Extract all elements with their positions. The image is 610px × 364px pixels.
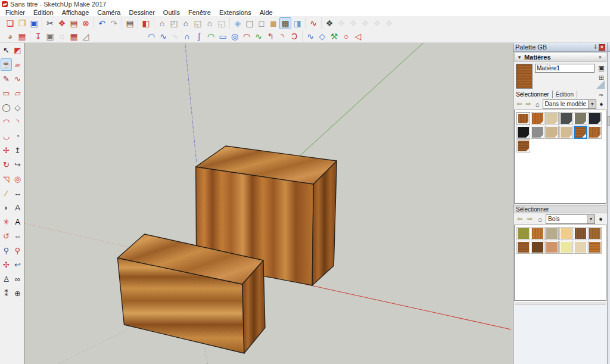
- menu-item-outils[interactable]: Outils: [159, 9, 184, 16]
- tab-edit[interactable]: Édition: [556, 91, 578, 98]
- dropdown-arrow-icon[interactable]: ▼: [587, 215, 595, 223]
- scale-icon[interactable]: ◹: [1, 173, 12, 185]
- tab-select[interactable]: Sélectionner: [516, 91, 553, 98]
- forward-arrow-icon[interactable]: ⇨: [525, 215, 534, 223]
- sandbox-stamp-icon[interactable]: ▣: [44, 30, 56, 42]
- material-swatch-wood-russet[interactable]: [516, 241, 530, 254]
- material-swatch-dark-brown[interactable]: [531, 241, 544, 254]
- curve-arc-red-icon[interactable]: ◠: [241, 30, 253, 42]
- cut-icon[interactable]: ✂: [44, 17, 56, 29]
- camera-front-icon[interactable]: ⌂: [180, 17, 192, 29]
- curve-arc-small-icon[interactable]: ◝: [276, 30, 288, 42]
- solid-outer-shell-icon[interactable]: ❖: [323, 17, 335, 29]
- rotated-rectangle-icon[interactable]: ▱: [12, 87, 23, 99]
- material-swatch-wood-streaked[interactable]: [588, 241, 602, 254]
- material-swatch-dark-gray[interactable]: [559, 112, 573, 125]
- curve-ellipse-red-icon[interactable]: ○: [340, 30, 352, 42]
- material-swatch-black[interactable]: [516, 126, 530, 139]
- home-icon[interactable]: ⌂: [536, 215, 544, 223]
- adjacent-panel-button[interactable]: [608, 116, 610, 126]
- walk-icon[interactable]: ⁑: [1, 287, 12, 300]
- curve-wrench-icon[interactable]: ⚒: [328, 30, 340, 42]
- style-monochrome-icon[interactable]: ◨: [291, 17, 303, 29]
- menu-item-fenetre[interactable]: Fenêtre: [184, 9, 215, 16]
- close-materials-button[interactable]: ×: [597, 54, 603, 61]
- text-icon[interactable]: A: [12, 201, 23, 214]
- material-swatch-light-tan[interactable]: [559, 126, 573, 139]
- curve-polyline-icon[interactable]: ∿: [304, 30, 316, 42]
- push-pull-icon[interactable]: ↥: [12, 144, 23, 157]
- curve-s-icon[interactable]: ʃ: [193, 30, 205, 42]
- material-name-input[interactable]: [535, 64, 595, 73]
- line-icon[interactable]: ✎: [1, 73, 12, 85]
- curve-polyline-divider-icon[interactable]: ∿: [157, 30, 169, 42]
- material-swatch-pale-yellow[interactable]: [559, 241, 573, 254]
- curve-c-icon[interactable]: Ɔ: [288, 30, 300, 42]
- curve-rounded-rect-icon[interactable]: ▭: [217, 30, 229, 42]
- model-canvas[interactable]: [24, 43, 513, 364]
- detail-arrow-icon[interactable]: ➧: [597, 100, 605, 108]
- copy-icon[interactable]: ❖: [56, 17, 68, 29]
- solid-trim-icon[interactable]: ❖: [359, 17, 371, 29]
- home-icon[interactable]: ⌂: [533, 100, 541, 108]
- curve-disabled-icon[interactable]: ∿: [169, 30, 181, 42]
- menu-item-affichage[interactable]: Affichage: [58, 9, 94, 16]
- sandbox-flip-edge-icon[interactable]: ◿: [80, 30, 92, 42]
- material-swatch-light-cork[interactable]: [559, 227, 573, 240]
- back-arrow-icon[interactable]: ⇦: [515, 215, 524, 223]
- curve-classic-bezier-icon[interactable]: ◠: [145, 30, 157, 42]
- paste-icon[interactable]: ▤: [68, 17, 80, 29]
- threed-text-icon[interactable]: A: [12, 216, 23, 228]
- curve-arc-green-icon[interactable]: ◠: [205, 30, 217, 42]
- three-point-arc-icon[interactable]: ◡: [1, 130, 12, 142]
- solid-subtract-icon[interactable]: ❖: [347, 17, 359, 29]
- style-hidden-line-icon[interactable]: ◻: [256, 17, 267, 29]
- menu-item-camera[interactable]: Caméra: [93, 9, 125, 16]
- material-swatch-wood-medium[interactable]: [588, 227, 602, 240]
- style-shaded-textures-icon[interactable]: ▩: [279, 17, 291, 29]
- make-component-icon[interactable]: ◩: [12, 44, 23, 57]
- new-icon[interactable]: ❏: [4, 17, 16, 29]
- protractor-icon[interactable]: ◗: [1, 201, 12, 214]
- close-panel-button[interactable]: ×: [599, 44, 605, 51]
- rotate-icon[interactable]: ↻: [1, 158, 12, 171]
- curve-triangle-fan-icon[interactable]: ◁: [352, 30, 364, 42]
- material-swatch-speckled-cream[interactable]: [574, 241, 587, 254]
- pie-icon[interactable]: ◔: [12, 130, 23, 142]
- tape-measure-icon[interactable]: ∕: [1, 187, 12, 200]
- material-swatch-dark-navy[interactable]: [588, 112, 602, 125]
- solid-intersect-icon[interactable]: ❖: [371, 17, 383, 29]
- menu-item-dessiner[interactable]: Dessiner: [125, 9, 158, 16]
- sandbox-from-contours-icon[interactable]: ◕: [4, 30, 16, 42]
- camera-iso-icon[interactable]: ⌂: [156, 17, 168, 29]
- offset-icon[interactable]: ◎: [12, 173, 23, 185]
- material-swatch-wood-brown[interactable]: [588, 126, 602, 139]
- material-swatch-wood-orange[interactable]: [531, 227, 544, 240]
- panel-resize-grip[interactable]: [515, 301, 606, 304]
- sandbox-drape-icon[interactable]: ◌: [56, 30, 68, 42]
- move-icon[interactable]: ✢: [1, 144, 12, 157]
- pan-icon[interactable]: ⇔: [12, 230, 23, 242]
- look-around-icon[interactable]: ∞: [12, 273, 23, 285]
- curve-sine-green-icon[interactable]: ∿: [253, 30, 264, 42]
- menu-item-extensions[interactable]: Extensions: [215, 9, 256, 16]
- material-swatch-wood-orange[interactable]: [531, 112, 544, 125]
- model-info-icon[interactable]: ◧: [140, 17, 152, 29]
- redo-icon[interactable]: ↷: [108, 17, 120, 29]
- material-swatch-wood-walnut[interactable]: [574, 227, 587, 240]
- style-wireframe-icon[interactable]: ▢: [244, 17, 256, 29]
- undo-icon[interactable]: ↶: [96, 17, 108, 29]
- eraser-icon[interactable]: ▰: [12, 58, 23, 71]
- follow-me-icon[interactable]: ↪: [12, 158, 23, 171]
- two-point-arc-icon[interactable]: ◝: [12, 116, 23, 128]
- camera-left-icon[interactable]: ◱: [216, 17, 228, 29]
- display-secondary-pane-icon[interactable]: ▣: [597, 64, 606, 72]
- detail-arrow-icon[interactable]: ➧: [596, 215, 605, 223]
- pin-icon[interactable]: ↧: [592, 44, 599, 51]
- camera-right-icon[interactable]: ◱: [192, 17, 204, 29]
- curve-bezier-spline-icon[interactable]: ∩: [181, 30, 193, 42]
- sandbox-smoove-icon[interactable]: ↧: [32, 30, 44, 42]
- camera-back-icon[interactable]: ⌂: [204, 17, 216, 29]
- material-swatch-salmon[interactable]: [545, 241, 559, 254]
- menu-item-aide[interactable]: Aide: [256, 9, 277, 16]
